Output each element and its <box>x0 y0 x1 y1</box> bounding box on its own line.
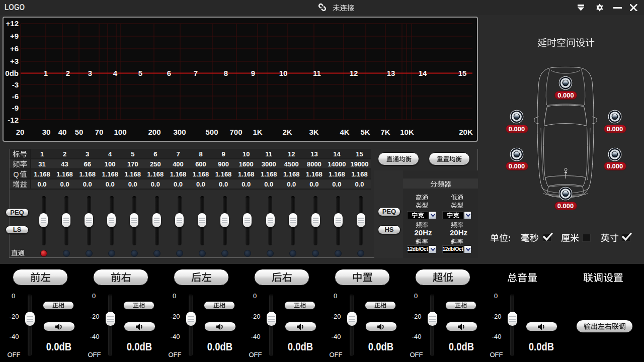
svg-text:40: 40 <box>58 128 67 136</box>
svg-text:4K: 4K <box>340 128 349 136</box>
svg-text:1: 1 <box>44 69 48 77</box>
svg-text:10K: 10K <box>400 128 414 136</box>
svg-text:11: 11 <box>313 69 321 77</box>
svg-text:+6: +6 <box>10 44 19 53</box>
svg-text:5K: 5K <box>360 128 370 136</box>
svg-text:3K: 3K <box>309 128 318 136</box>
svg-text:15: 15 <box>458 69 467 77</box>
svg-text:9: 9 <box>251 69 255 77</box>
svg-text:7: 7 <box>194 69 198 77</box>
svg-text:-12: -12 <box>8 116 19 124</box>
svg-text:8: 8 <box>224 69 228 77</box>
svg-text:100: 100 <box>114 128 126 136</box>
svg-text:50: 50 <box>75 128 84 136</box>
svg-text:2: 2 <box>66 69 70 77</box>
svg-text:13: 13 <box>387 69 395 77</box>
svg-text:70: 70 <box>95 128 104 136</box>
svg-text:-6: -6 <box>12 92 19 101</box>
svg-text:700: 700 <box>229 128 242 136</box>
svg-text:3: 3 <box>88 69 92 77</box>
svg-text:5: 5 <box>138 69 142 77</box>
svg-text:300: 300 <box>173 128 186 136</box>
svg-text:0db: 0db <box>5 69 19 77</box>
svg-text:4: 4 <box>113 69 118 77</box>
svg-text:12: 12 <box>350 69 358 77</box>
svg-text:7K: 7K <box>380 128 390 136</box>
svg-text:20: 20 <box>16 128 25 136</box>
svg-text:-3: -3 <box>12 80 19 89</box>
svg-text:20K: 20K <box>459 128 473 136</box>
svg-text:-9: -9 <box>12 104 19 112</box>
svg-text:+12: +12 <box>6 19 19 28</box>
svg-text:10: 10 <box>279 69 288 77</box>
svg-text:14: 14 <box>419 69 427 77</box>
svg-text:500: 500 <box>205 128 218 136</box>
svg-text:2K: 2K <box>282 128 292 136</box>
svg-text:6: 6 <box>167 69 171 77</box>
svg-text:30: 30 <box>42 128 51 136</box>
svg-text:200: 200 <box>148 128 160 136</box>
svg-text:+3: +3 <box>10 57 19 65</box>
svg-text:+9: +9 <box>10 32 19 40</box>
svg-text:1K: 1K <box>253 128 262 136</box>
